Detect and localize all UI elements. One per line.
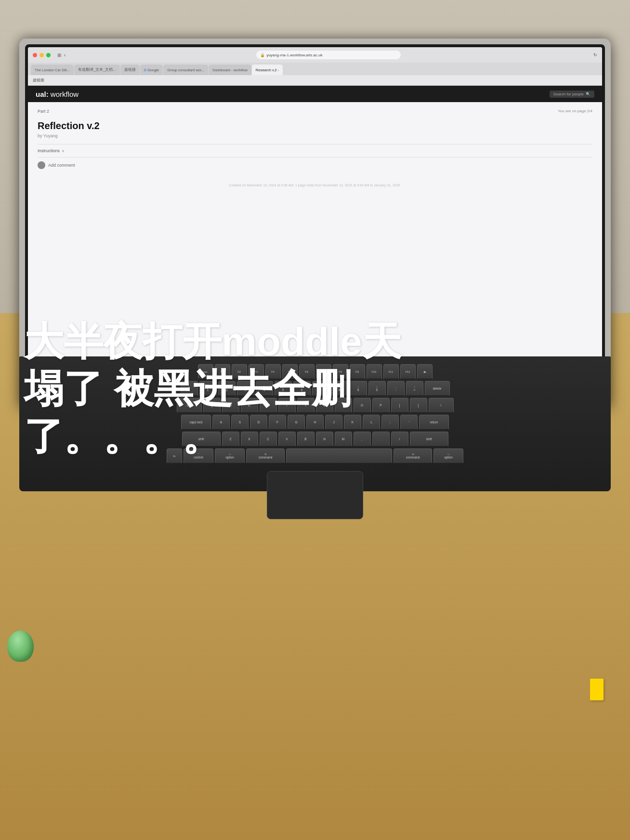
key-return[interactable]: return: [419, 415, 449, 430]
key-quote[interactable]: ': [400, 415, 418, 430]
back-button[interactable]: ‹: [64, 52, 66, 58]
add-comment-button[interactable]: Add comment: [48, 163, 75, 168]
key-v[interactable]: V: [278, 432, 296, 447]
key-minus[interactable]: _-: [387, 381, 405, 396]
key-esc[interactable]: esc: [198, 364, 213, 380]
key-r[interactable]: R: [260, 398, 277, 413]
key-equals[interactable]: +=: [406, 381, 423, 396]
key-k[interactable]: K: [344, 415, 361, 430]
key-semicolon[interactable]: ;: [381, 415, 399, 430]
key-3[interactable]: #3: [237, 381, 254, 396]
key-h[interactable]: H: [306, 415, 324, 430]
key-t[interactable]: T: [278, 398, 296, 413]
key-5[interactable]: %5: [275, 381, 292, 396]
key-b[interactable]: B: [297, 432, 315, 447]
key-4[interactable]: $4: [256, 381, 273, 396]
key-l[interactable]: L: [363, 415, 380, 430]
key-fn[interactable]: fn: [167, 448, 182, 464]
key-8[interactable]: *8: [331, 381, 348, 396]
key-f12[interactable]: F12: [400, 364, 416, 380]
key-f5[interactable]: F5: [282, 364, 298, 380]
key-f1[interactable]: F1: [215, 364, 230, 380]
key-command-right[interactable]: ⌘command: [394, 448, 432, 464]
key-caps[interactable]: caps lock: [181, 415, 211, 430]
key-o[interactable]: O: [354, 398, 371, 413]
key-e[interactable]: E: [241, 398, 258, 413]
key-lbracket[interactable]: [: [391, 398, 408, 413]
key-power[interactable]: ⏏: [417, 364, 433, 380]
tab-youdao[interactable]: 有道翻译_文本_文档...: [74, 65, 120, 75]
key-p[interactable]: P: [372, 398, 390, 413]
maximize-button[interactable]: [46, 53, 51, 57]
logo-suffix: workflow: [51, 90, 79, 98]
function-key-row: esc F1 F2 F3 F4 F5 F6 F7 F8 F9 F10 F11 F…: [31, 364, 599, 380]
key-6[interactable]: ^6: [293, 381, 311, 396]
bookmark-hyperlink[interactable]: 超链接: [33, 78, 44, 83]
key-m[interactable]: M: [335, 432, 352, 447]
key-f7[interactable]: F7: [316, 364, 331, 380]
key-space[interactable]: [286, 448, 392, 464]
close-button[interactable]: [33, 53, 37, 57]
key-q[interactable]: Q: [203, 398, 221, 413]
key-control[interactable]: ⌃control: [184, 448, 213, 464]
url-bar[interactable]: 🔒 yuyang-ma-1.workflow.arts.ac.uk: [256, 51, 401, 59]
tab-research[interactable]: Research v.2 -: [252, 65, 283, 75]
key-1[interactable]: !1: [199, 381, 217, 396]
key-u[interactable]: U: [316, 398, 333, 413]
key-backtick[interactable]: ~`: [181, 381, 198, 396]
desk-decoration-toy: [7, 630, 34, 662]
key-delete[interactable]: delete: [425, 381, 450, 396]
minimize-button[interactable]: [39, 53, 44, 57]
tab-overview-icon[interactable]: ⊞: [57, 52, 61, 58]
window-controls: [33, 53, 51, 57]
key-z[interactable]: Z: [222, 432, 239, 447]
key-right-shift[interactable]: shift: [410, 432, 448, 447]
key-0[interactable]: )0: [368, 381, 386, 396]
key-s[interactable]: S: [231, 415, 249, 430]
key-w[interactable]: W: [222, 398, 239, 413]
key-d[interactable]: D: [250, 415, 267, 430]
key-slash[interactable]: /: [391, 432, 408, 447]
scene: ⊞ ‹ 🔒 yuyang-ma-1.workflow.arts.ac.uk ↻ …: [0, 0, 630, 840]
tab-hyperlink[interactable]: 超链接: [120, 65, 140, 75]
key-9[interactable]: (9: [350, 381, 367, 396]
key-rbracket[interactable]: ]: [410, 398, 427, 413]
key-2[interactable]: @2: [218, 381, 236, 396]
key-comma[interactable]: ,: [354, 432, 371, 447]
key-f11[interactable]: F11: [383, 364, 399, 380]
key-g[interactable]: G: [288, 415, 305, 430]
key-i[interactable]: I: [335, 398, 352, 413]
key-n[interactable]: N: [316, 432, 333, 447]
tab-london-car[interactable]: The London Car Dili...: [31, 65, 74, 75]
search-widget[interactable]: Search for people 🔍: [550, 91, 594, 98]
refresh-button[interactable]: ↻: [593, 52, 597, 57]
tab-group-consultant[interactable]: Group consultant wor...: [163, 65, 208, 75]
key-f[interactable]: F: [269, 415, 286, 430]
key-f10[interactable]: F10: [367, 364, 382, 380]
key-command-left[interactable]: ⌘command: [246, 448, 285, 464]
key-f3[interactable]: F3: [249, 364, 264, 380]
key-f2[interactable]: F2: [232, 364, 247, 380]
key-f9[interactable]: F9: [350, 364, 365, 380]
browser-nav-bar[interactable]: ⊞ ‹ 🔒 yuyang-ma-1.workflow.arts.ac.uk ↻: [28, 47, 602, 63]
key-x[interactable]: X: [241, 432, 258, 447]
key-tab[interactable]: tab: [177, 398, 202, 413]
key-f4[interactable]: F4: [265, 364, 281, 380]
tab-dashboard[interactable]: Dashboard - workflow: [209, 65, 251, 75]
trackpad[interactable]: [267, 471, 363, 519]
key-a[interactable]: A: [212, 415, 230, 430]
key-y[interactable]: Y: [297, 398, 315, 413]
key-j[interactable]: J: [325, 415, 342, 430]
key-left-shift[interactable]: shift: [182, 432, 221, 447]
tab-google[interactable]: G Google: [140, 65, 163, 75]
instructions-row: Instructions ∨: [38, 148, 592, 153]
key-period[interactable]: .: [372, 432, 390, 447]
key-f8[interactable]: F8: [333, 364, 348, 380]
key-option-left[interactable]: ⌥option: [215, 448, 245, 464]
key-c[interactable]: C: [260, 432, 277, 447]
key-f6[interactable]: F6: [299, 364, 315, 380]
chevron-down-icon[interactable]: ∨: [62, 149, 65, 153]
key-backslash[interactable]: \: [429, 398, 454, 413]
key-option-right[interactable]: ⌥option: [433, 448, 463, 464]
key-7[interactable]: &7: [312, 381, 329, 396]
